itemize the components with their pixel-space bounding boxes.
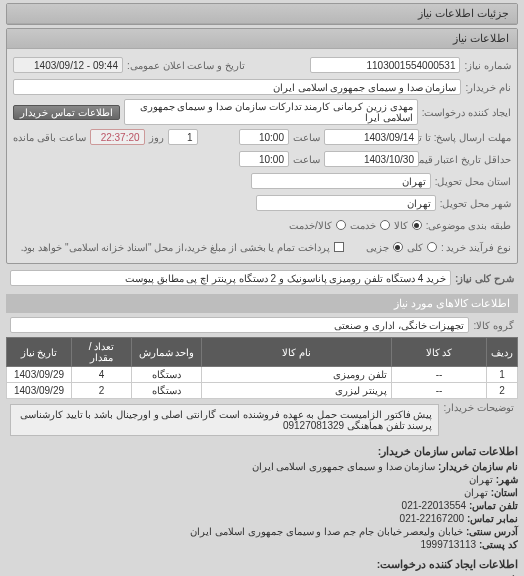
deadline-time: 10:00 — [239, 129, 289, 145]
buyer-name: سازمان صدا و سیمای جمهوری اسلامی ایران — [13, 79, 461, 95]
radio-service[interactable] — [380, 220, 390, 230]
col-idx: ردیف — [487, 338, 518, 367]
info-header: اطلاعات نیاز — [7, 29, 517, 49]
creator-value: مهدی زرین کرمانی کارمند تدارکات سازمان ص… — [124, 99, 418, 125]
panel-header: جزئیات اطلاعات نیاز — [7, 4, 517, 24]
contact-creator-header: اطلاعات ایجاد کننده درخواست: — [6, 555, 518, 573]
creator-label: ایجاد کننده درخواست: — [422, 107, 511, 118]
goods-table: ردیف کد کالا نام کالا واحد شمارش تعداد /… — [6, 337, 518, 399]
opt-serv: خدمت — [350, 220, 376, 231]
priority-label: طبقه بندی موضوعی: — [426, 220, 511, 231]
radio-all[interactable] — [427, 242, 437, 252]
radio-both[interactable] — [336, 220, 346, 230]
table-row: 1 -- تلفن رومیزی دستگاه 4 1403/09/29 — [7, 367, 518, 383]
col-code: کد کالا — [392, 338, 487, 367]
desc-label: شرح کلی نیاز: — [455, 273, 514, 284]
deadline-label: مهلت ارسال پاسخ: تا تاریخ: — [423, 132, 511, 143]
info-panel: اطلاعات نیاز شماره نیاز: 110300155400053… — [6, 28, 518, 264]
req-no-label: شماره نیاز: — [464, 60, 511, 71]
announce-label: تاریخ و ساعت اعلان عمومی: — [127, 60, 245, 71]
province-value: تهران — [251, 173, 431, 189]
announce-value: 09:44 - 1403/09/12 — [13, 57, 123, 73]
buyer-note-label: توضیحات خریدار: — [443, 402, 514, 413]
group-label: گروه کالا: — [473, 320, 514, 331]
days-label: روز — [149, 132, 164, 143]
buyer-name-label: نام خریدار: — [465, 82, 511, 93]
contact-org-section: اطلاعات تماس سازمان خریدار: نام سازمان خ… — [6, 442, 518, 551]
time-label-1: ساعت — [293, 132, 320, 143]
goods-header: اطلاعات کالاهای مورد نیاز — [6, 294, 518, 313]
opt2-note: پرداخت تمام یا بخشی از مبلغ خرید،از محل … — [21, 242, 330, 253]
deadline-date: 1403/09/14 — [324, 129, 419, 145]
valid-date: 1403/10/30 — [324, 151, 419, 167]
opt-both: کالا/خدمت — [289, 220, 332, 231]
city-value: تهران — [256, 195, 436, 211]
city-label: شهر محل تحویل: — [440, 198, 511, 209]
remain-value: 22:37:20 — [90, 129, 145, 145]
contact-buyer-button[interactable]: اطلاعات تماس خریدار — [13, 105, 120, 120]
req-no: 1103001554000531 — [310, 57, 460, 73]
desc-value: خرید 4 دستگاه تلفن رومیزی پاناسونیک و 2 … — [10, 270, 451, 286]
col-name: نام کالا — [202, 338, 392, 367]
radio-part[interactable] — [393, 242, 403, 252]
valid-label: حداقل تاریخ اعتبار قیمت: تا تاریخ: — [423, 154, 511, 165]
buyer-note: پیش فاکتور الزامیست حمل به عهده فروشنده … — [10, 404, 439, 436]
time-label-2: ساعت — [293, 154, 320, 165]
col-unit: واحد شمارش — [132, 338, 202, 367]
opt2-part: جزیی — [366, 242, 389, 253]
main-panel: جزئیات اطلاعات نیاز — [6, 3, 518, 25]
opt2-all: کلی — [407, 242, 423, 253]
contact-creator-section: اطلاعات ایجاد کننده درخواست: نام: مهدی ن… — [6, 555, 518, 576]
group-value: تجهیزات خانگی، اداری و صنعتی — [10, 317, 469, 333]
province-label: استان محل تحویل: — [435, 176, 511, 187]
opt2-label: نوع فرآیند خرید : — [441, 242, 511, 253]
opt-merch: کالا — [394, 220, 408, 231]
table-row: 2 -- پرینتر لیزری دستگاه 2 1403/09/29 — [7, 383, 518, 399]
col-qty: تعداد / مقدار — [72, 338, 132, 367]
remain-label: ساعت باقی مانده — [13, 132, 86, 143]
contact-org-header: اطلاعات تماس سازمان خریدار: — [6, 442, 518, 460]
radio-merchandise[interactable] — [412, 220, 422, 230]
col-date: تاریخ نیاز — [7, 338, 72, 367]
valid-time: 10:00 — [239, 151, 289, 167]
check-treasury[interactable] — [334, 242, 344, 252]
days-value: 1 — [168, 129, 198, 145]
